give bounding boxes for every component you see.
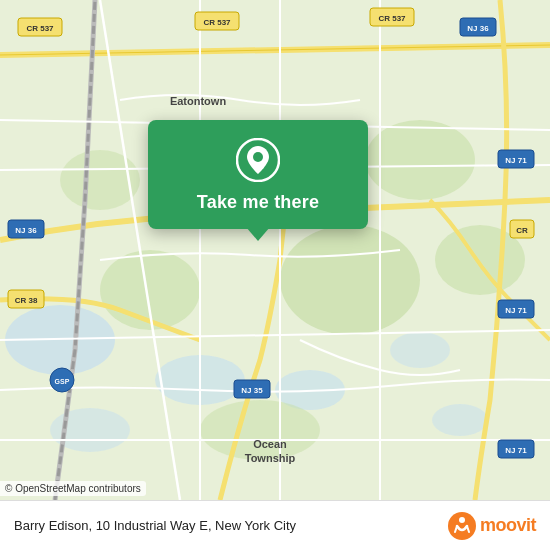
svg-text:Township: Township: [245, 452, 296, 464]
location-pin-icon: [236, 138, 280, 182]
moovit-brand-text: moovit: [480, 515, 536, 536]
svg-text:Ocean: Ocean: [253, 438, 287, 450]
svg-point-7: [280, 225, 420, 335]
take-me-there-button[interactable]: Take me there: [197, 192, 319, 213]
svg-text:CR 38: CR 38: [15, 296, 38, 305]
bottom-bar: Barry Edison, 10 Industrial Way E, New Y…: [0, 500, 550, 550]
moovit-logo: moovit: [448, 512, 536, 540]
svg-point-54: [448, 512, 476, 540]
svg-point-12: [200, 400, 320, 460]
take-me-there-card[interactable]: Take me there: [148, 120, 368, 229]
svg-text:NJ 35: NJ 35: [241, 386, 263, 395]
svg-point-4: [390, 332, 450, 368]
map-svg: CR 537 CR 537 CR 537 NJ 36 NJ 36 CR 38 G…: [0, 0, 550, 500]
svg-point-55: [459, 517, 465, 523]
svg-text:GSP: GSP: [55, 378, 70, 385]
svg-text:CR: CR: [516, 226, 528, 235]
map-container: CR 537 CR 537 CR 537 NJ 36 NJ 36 CR 38 G…: [0, 0, 550, 500]
svg-text:CR 537: CR 537: [378, 14, 406, 23]
svg-text:NJ 71: NJ 71: [505, 446, 527, 455]
svg-point-10: [365, 120, 475, 200]
moovit-logo-icon: [448, 512, 476, 540]
svg-point-6: [432, 404, 488, 436]
svg-text:NJ 71: NJ 71: [505, 156, 527, 165]
svg-text:NJ 71: NJ 71: [505, 306, 527, 315]
svg-text:CR 537: CR 537: [26, 24, 54, 33]
svg-text:Eatontown: Eatontown: [170, 95, 226, 107]
osm-attribution: © OpenStreetMap contributors: [0, 481, 146, 496]
svg-text:NJ 36: NJ 36: [467, 24, 489, 33]
address-text: Barry Edison, 10 Industrial Way E, New Y…: [14, 518, 448, 533]
svg-text:NJ 36: NJ 36: [15, 226, 37, 235]
svg-point-53: [253, 152, 263, 162]
svg-text:CR 537: CR 537: [203, 18, 231, 27]
